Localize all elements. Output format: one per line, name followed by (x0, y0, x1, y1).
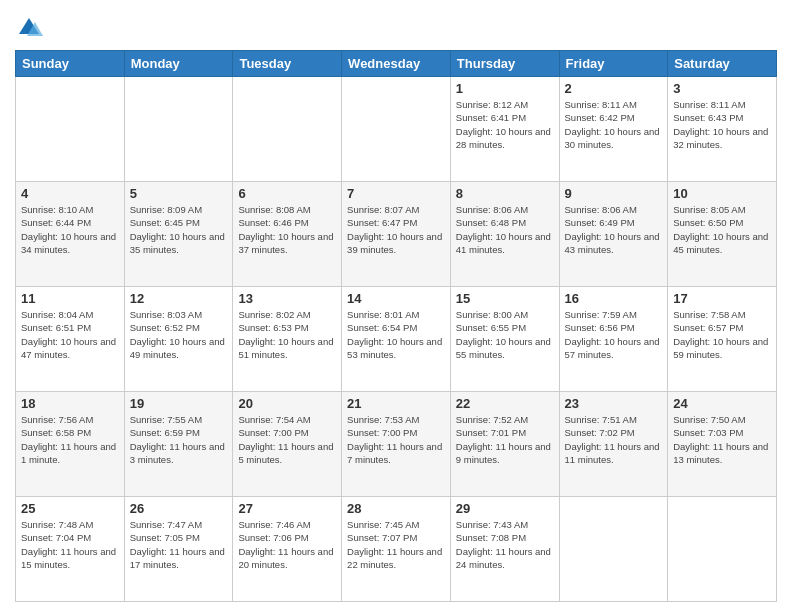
day-number: 15 (456, 291, 554, 306)
weekday-header-wednesday: Wednesday (342, 51, 451, 77)
calendar-cell: 20Sunrise: 7:54 AM Sunset: 7:00 PM Dayli… (233, 392, 342, 497)
day-info: Sunrise: 7:46 AM Sunset: 7:06 PM Dayligh… (238, 518, 336, 571)
day-info: Sunrise: 8:06 AM Sunset: 6:49 PM Dayligh… (565, 203, 663, 256)
day-number: 27 (238, 501, 336, 516)
day-info: Sunrise: 8:04 AM Sunset: 6:51 PM Dayligh… (21, 308, 119, 361)
day-info: Sunrise: 8:00 AM Sunset: 6:55 PM Dayligh… (456, 308, 554, 361)
calendar-cell (124, 77, 233, 182)
calendar-cell: 29Sunrise: 7:43 AM Sunset: 7:08 PM Dayli… (450, 497, 559, 602)
day-number: 18 (21, 396, 119, 411)
day-info: Sunrise: 8:08 AM Sunset: 6:46 PM Dayligh… (238, 203, 336, 256)
calendar-cell (668, 497, 777, 602)
page: SundayMondayTuesdayWednesdayThursdayFrid… (0, 0, 792, 612)
calendar-cell: 7Sunrise: 8:07 AM Sunset: 6:47 PM Daylig… (342, 182, 451, 287)
calendar-cell: 23Sunrise: 7:51 AM Sunset: 7:02 PM Dayli… (559, 392, 668, 497)
day-info: Sunrise: 7:45 AM Sunset: 7:07 PM Dayligh… (347, 518, 445, 571)
day-number: 3 (673, 81, 771, 96)
day-info: Sunrise: 7:48 AM Sunset: 7:04 PM Dayligh… (21, 518, 119, 571)
day-info: Sunrise: 8:07 AM Sunset: 6:47 PM Dayligh… (347, 203, 445, 256)
calendar-cell: 26Sunrise: 7:47 AM Sunset: 7:05 PM Dayli… (124, 497, 233, 602)
day-number: 6 (238, 186, 336, 201)
day-number: 16 (565, 291, 663, 306)
weekday-header-tuesday: Tuesday (233, 51, 342, 77)
calendar-cell: 4Sunrise: 8:10 AM Sunset: 6:44 PM Daylig… (16, 182, 125, 287)
calendar-cell: 28Sunrise: 7:45 AM Sunset: 7:07 PM Dayli… (342, 497, 451, 602)
calendar-week-row: 18Sunrise: 7:56 AM Sunset: 6:58 PM Dayli… (16, 392, 777, 497)
day-number: 13 (238, 291, 336, 306)
calendar-cell: 14Sunrise: 8:01 AM Sunset: 6:54 PM Dayli… (342, 287, 451, 392)
calendar-week-row: 1Sunrise: 8:12 AM Sunset: 6:41 PM Daylig… (16, 77, 777, 182)
day-number: 10 (673, 186, 771, 201)
day-number: 9 (565, 186, 663, 201)
weekday-header-monday: Monday (124, 51, 233, 77)
day-number: 28 (347, 501, 445, 516)
day-number: 25 (21, 501, 119, 516)
day-number: 7 (347, 186, 445, 201)
day-info: Sunrise: 7:50 AM Sunset: 7:03 PM Dayligh… (673, 413, 771, 466)
day-info: Sunrise: 7:58 AM Sunset: 6:57 PM Dayligh… (673, 308, 771, 361)
logo-icon (15, 14, 43, 42)
calendar-cell: 3Sunrise: 8:11 AM Sunset: 6:43 PM Daylig… (668, 77, 777, 182)
weekday-header-thursday: Thursday (450, 51, 559, 77)
calendar-cell: 16Sunrise: 7:59 AM Sunset: 6:56 PM Dayli… (559, 287, 668, 392)
calendar-header-row: SundayMondayTuesdayWednesdayThursdayFrid… (16, 51, 777, 77)
weekday-header-sunday: Sunday (16, 51, 125, 77)
day-info: Sunrise: 7:54 AM Sunset: 7:00 PM Dayligh… (238, 413, 336, 466)
calendar-week-row: 11Sunrise: 8:04 AM Sunset: 6:51 PM Dayli… (16, 287, 777, 392)
day-number: 26 (130, 501, 228, 516)
day-number: 20 (238, 396, 336, 411)
header (15, 10, 777, 42)
calendar-cell: 13Sunrise: 8:02 AM Sunset: 6:53 PM Dayli… (233, 287, 342, 392)
calendar-cell: 9Sunrise: 8:06 AM Sunset: 6:49 PM Daylig… (559, 182, 668, 287)
calendar-cell: 11Sunrise: 8:04 AM Sunset: 6:51 PM Dayli… (16, 287, 125, 392)
calendar-cell: 8Sunrise: 8:06 AM Sunset: 6:48 PM Daylig… (450, 182, 559, 287)
calendar-table: SundayMondayTuesdayWednesdayThursdayFrid… (15, 50, 777, 602)
day-number: 11 (21, 291, 119, 306)
day-info: Sunrise: 8:02 AM Sunset: 6:53 PM Dayligh… (238, 308, 336, 361)
calendar-cell: 10Sunrise: 8:05 AM Sunset: 6:50 PM Dayli… (668, 182, 777, 287)
day-info: Sunrise: 7:43 AM Sunset: 7:08 PM Dayligh… (456, 518, 554, 571)
logo (15, 14, 47, 42)
calendar-cell: 17Sunrise: 7:58 AM Sunset: 6:57 PM Dayli… (668, 287, 777, 392)
day-info: Sunrise: 8:11 AM Sunset: 6:43 PM Dayligh… (673, 98, 771, 151)
calendar-cell: 15Sunrise: 8:00 AM Sunset: 6:55 PM Dayli… (450, 287, 559, 392)
day-number: 4 (21, 186, 119, 201)
day-info: Sunrise: 7:56 AM Sunset: 6:58 PM Dayligh… (21, 413, 119, 466)
calendar-cell: 21Sunrise: 7:53 AM Sunset: 7:00 PM Dayli… (342, 392, 451, 497)
calendar-week-row: 4Sunrise: 8:10 AM Sunset: 6:44 PM Daylig… (16, 182, 777, 287)
day-number: 24 (673, 396, 771, 411)
calendar-cell: 25Sunrise: 7:48 AM Sunset: 7:04 PM Dayli… (16, 497, 125, 602)
day-number: 1 (456, 81, 554, 96)
day-number: 14 (347, 291, 445, 306)
calendar-cell: 2Sunrise: 8:11 AM Sunset: 6:42 PM Daylig… (559, 77, 668, 182)
calendar-cell: 1Sunrise: 8:12 AM Sunset: 6:41 PM Daylig… (450, 77, 559, 182)
calendar-week-row: 25Sunrise: 7:48 AM Sunset: 7:04 PM Dayli… (16, 497, 777, 602)
day-number: 29 (456, 501, 554, 516)
day-info: Sunrise: 8:03 AM Sunset: 6:52 PM Dayligh… (130, 308, 228, 361)
calendar-cell: 5Sunrise: 8:09 AM Sunset: 6:45 PM Daylig… (124, 182, 233, 287)
day-number: 23 (565, 396, 663, 411)
calendar-cell: 22Sunrise: 7:52 AM Sunset: 7:01 PM Dayli… (450, 392, 559, 497)
day-info: Sunrise: 8:06 AM Sunset: 6:48 PM Dayligh… (456, 203, 554, 256)
day-info: Sunrise: 7:59 AM Sunset: 6:56 PM Dayligh… (565, 308, 663, 361)
day-info: Sunrise: 8:05 AM Sunset: 6:50 PM Dayligh… (673, 203, 771, 256)
day-number: 12 (130, 291, 228, 306)
calendar-cell: 19Sunrise: 7:55 AM Sunset: 6:59 PM Dayli… (124, 392, 233, 497)
weekday-header-saturday: Saturday (668, 51, 777, 77)
day-number: 2 (565, 81, 663, 96)
calendar-cell: 6Sunrise: 8:08 AM Sunset: 6:46 PM Daylig… (233, 182, 342, 287)
day-number: 8 (456, 186, 554, 201)
day-info: Sunrise: 7:51 AM Sunset: 7:02 PM Dayligh… (565, 413, 663, 466)
calendar-cell: 18Sunrise: 7:56 AM Sunset: 6:58 PM Dayli… (16, 392, 125, 497)
day-info: Sunrise: 7:53 AM Sunset: 7:00 PM Dayligh… (347, 413, 445, 466)
day-info: Sunrise: 8:09 AM Sunset: 6:45 PM Dayligh… (130, 203, 228, 256)
calendar-cell: 12Sunrise: 8:03 AM Sunset: 6:52 PM Dayli… (124, 287, 233, 392)
calendar-cell (559, 497, 668, 602)
calendar-cell (342, 77, 451, 182)
day-info: Sunrise: 8:10 AM Sunset: 6:44 PM Dayligh… (21, 203, 119, 256)
day-info: Sunrise: 7:52 AM Sunset: 7:01 PM Dayligh… (456, 413, 554, 466)
day-info: Sunrise: 8:11 AM Sunset: 6:42 PM Dayligh… (565, 98, 663, 151)
day-info: Sunrise: 8:12 AM Sunset: 6:41 PM Dayligh… (456, 98, 554, 151)
calendar-cell: 27Sunrise: 7:46 AM Sunset: 7:06 PM Dayli… (233, 497, 342, 602)
day-number: 5 (130, 186, 228, 201)
